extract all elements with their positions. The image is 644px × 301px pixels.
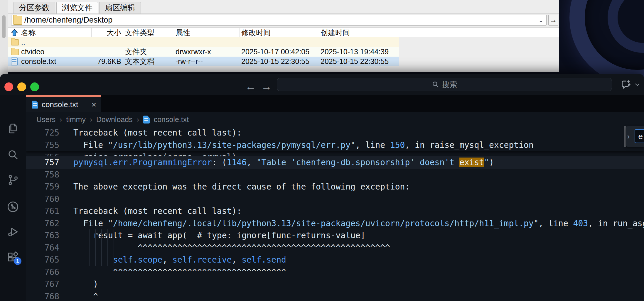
maximize-window-button[interactable] xyxy=(30,82,39,91)
fm-path-value: /home/chenfeng/Desktop xyxy=(24,16,536,25)
sort-ascending-icon[interactable] xyxy=(11,29,18,36)
fm-path-input[interactable]: /home/chenfeng/Desktop ⌄ xyxy=(11,15,547,26)
line-number: 725 xyxy=(26,127,59,139)
find-widget-sash[interactable] xyxy=(624,126,626,147)
code-line-766: 766 ^^^^^^^^^^^^^^^^^^^^^^^^^^^^^^^^^^^ xyxy=(26,266,644,278)
code-line-756: 756 raise errorclass(errno, errval) xyxy=(26,151,644,156)
sidebar-item-search[interactable] xyxy=(6,148,20,162)
sidebar-item-gitlens[interactable] xyxy=(6,200,20,214)
code-text: result = await app( # type: ignore[func-… xyxy=(73,229,365,242)
close-window-button[interactable] xyxy=(4,82,13,91)
tab-title: console.txt xyxy=(42,100,88,109)
code-line-763: 763 result = await app( # type: ignore[f… xyxy=(26,229,644,242)
line-number: 756 xyxy=(26,151,59,156)
editor-tabbar: console.txt × xyxy=(26,95,644,112)
column-separator xyxy=(170,28,170,37)
code-line-758: 758 xyxy=(26,169,644,181)
code-text: pymysql.err.ProgrammingError: (1146, "Ta… xyxy=(73,156,494,169)
fm-column-header[interactable]: 大小 xyxy=(91,28,121,38)
indent-guide xyxy=(89,229,90,266)
background-scrollbar-thumb[interactable] xyxy=(2,15,6,38)
line-number: 760 xyxy=(26,193,59,205)
code-line-755: 755 File "/usr/lib/python3.13/site-packa… xyxy=(26,139,644,151)
line-number: 764 xyxy=(26,242,59,254)
file-modified: 2025-10-17 00:42:05 xyxy=(241,47,309,57)
find-input[interactable]: e xyxy=(635,129,644,143)
code-line-762: 762 File "/home/chenfeng/.local/lib/pyth… xyxy=(26,217,644,230)
sidebar-item-extensions[interactable]: 1 xyxy=(6,250,20,264)
breadcrumb-item[interactable]: Downloads xyxy=(96,115,133,124)
line-number: 765 xyxy=(26,254,59,266)
fm-column-header[interactable]: 属性 xyxy=(176,28,190,38)
fm-tab-sector-edit[interactable]: 扇区编辑 xyxy=(99,2,141,13)
fm-column-header[interactable]: 名称 xyxy=(21,28,36,38)
chevron-down-icon xyxy=(634,81,640,88)
breadcrumb-item-file[interactable]: console.txt xyxy=(154,115,189,124)
sidebar-item-explorer[interactable] xyxy=(6,122,20,135)
find-expand-chevron-icon[interactable]: › xyxy=(627,132,630,141)
fm-row[interactable]: .. xyxy=(8,37,399,47)
code-line-768: 768 ^ xyxy=(26,290,644,301)
code-editor[interactable]: 725Traceback (most recent call last):755… xyxy=(26,127,644,301)
minimize-window-button[interactable] xyxy=(17,82,26,91)
column-separator xyxy=(319,28,319,37)
code-text: ) xyxy=(73,278,98,290)
file-name: console.txt xyxy=(21,57,56,66)
fm-row[interactable]: cfvideo文件夹drwxrwxr-x2025-10-17 00:42:052… xyxy=(8,47,399,57)
file-size xyxy=(91,47,121,57)
breadcrumb-item[interactable]: Users xyxy=(36,115,55,124)
code-lines: 757pymysql.err.ProgrammingError: (1146, … xyxy=(26,156,644,301)
indent-guide xyxy=(101,229,102,266)
fm-table-header: 名称大小文件类型属性修改时间创建时间 xyxy=(8,27,559,37)
breadcrumb-separator-icon: › xyxy=(90,116,92,124)
fm-tab-partition-params[interactable]: 分区参数 xyxy=(14,2,55,13)
file-type: 文件夹 xyxy=(125,47,147,57)
sidebar-item-source-control[interactable] xyxy=(6,173,20,187)
file-manager-window: 分区参数 浏览文件 扇区编辑 /home/chenfeng/Desktop ⌄ … xyxy=(8,0,559,72)
breadcrumb-item[interactable]: timmy xyxy=(66,115,86,124)
code-text: self.scope, self.receive, self.send xyxy=(73,254,286,266)
file-name: .. xyxy=(21,37,25,47)
search-icon xyxy=(7,149,19,161)
fm-go-button[interactable]: → xyxy=(548,15,558,26)
indent-guide xyxy=(95,229,96,266)
code-text: ^^^^^^^^^^^^^^^^^^^^^^^^^^^^^^^^^^^ xyxy=(73,266,286,278)
vscode-window: ← → 搜索 console.txt × xyxy=(0,74,644,301)
text-file-icon xyxy=(143,116,150,124)
file-created: 2025-10-15 22:30:55 xyxy=(321,57,389,66)
fm-tab-browse-files[interactable]: 浏览文件 xyxy=(56,2,98,13)
folder-icon xyxy=(11,39,19,45)
chevron-down-icon[interactable]: ⌄ xyxy=(536,17,546,24)
copilot-chat-button[interactable] xyxy=(620,79,640,90)
command-center-search[interactable]: 搜索 xyxy=(277,78,612,91)
file-attrs: drwxrwxr-x xyxy=(176,47,211,57)
breadcrumb-separator-icon: › xyxy=(60,116,62,124)
macos-traffic-lights xyxy=(4,82,39,91)
code-line-767: 767 ) xyxy=(26,278,644,290)
line-number: 755 xyxy=(26,139,59,151)
fm-column-header[interactable]: 文件类型 xyxy=(125,28,154,38)
code-line-725: 725Traceback (most recent call last): xyxy=(26,127,644,139)
file-modified: 2025-10-15 22:30:55 xyxy=(241,57,309,66)
history-back-button[interactable]: ← xyxy=(244,80,257,93)
breadcrumb-separator-icon: › xyxy=(137,116,139,124)
close-tab-icon[interactable]: × xyxy=(92,100,96,109)
folder-icon xyxy=(11,49,19,55)
code-text: ^ xyxy=(73,290,98,301)
fm-column-header[interactable]: 创建时间 xyxy=(321,28,350,38)
history-forward-button[interactable]: → xyxy=(260,80,273,93)
line-number: 761 xyxy=(26,205,59,217)
code-text: File "/home/chenfeng/.local/lib/python3.… xyxy=(73,217,644,230)
breadcrumb: Users›timmy›Downloads›console.txt xyxy=(26,112,644,127)
indent-guide xyxy=(107,229,108,266)
file-created: 2025-10-13 19:44:39 xyxy=(321,47,389,57)
indent-guide xyxy=(120,229,120,266)
fm-column-header[interactable]: 修改时间 xyxy=(241,28,271,38)
code-line-759: 759The above exception was the direct ca… xyxy=(26,181,644,193)
fm-row-selected[interactable]: console.txt79.6KB文本文档-rw-r--r--2025-10-1… xyxy=(8,57,399,66)
commit-graph-icon xyxy=(6,200,19,213)
sidebar-item-run-debug[interactable] xyxy=(6,225,20,239)
tab-console-txt[interactable]: console.txt × xyxy=(26,95,101,112)
file-manager-tabbar: 分区参数 浏览文件 扇区编辑 xyxy=(14,2,141,13)
code-text: File "/usr/lib/python3.13/site-packages/… xyxy=(73,139,534,151)
